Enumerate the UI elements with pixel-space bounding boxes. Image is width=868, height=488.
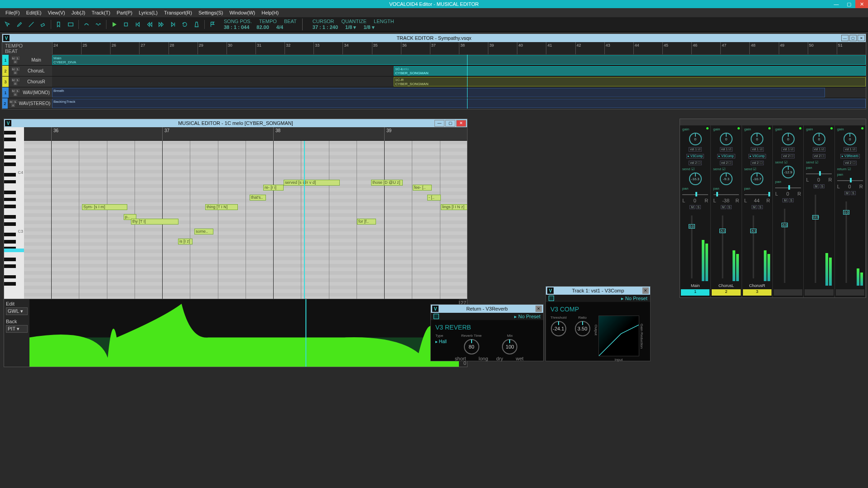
send-knob[interactable]: -10.7 — [751, 172, 763, 185]
note[interactable]: Sym- [s I m] — [82, 204, 127, 210]
strip-solo-button[interactable]: S — [789, 198, 794, 202]
comp-preset[interactable]: ▸ No Preset — [621, 296, 647, 301]
track-lane[interactable]: MainCYBER_DIVA — [52, 55, 866, 65]
rewind-start-button[interactable] — [133, 19, 143, 29]
track-name[interactable]: WAV(STEREO) — [19, 101, 52, 106]
forward-end-button[interactable] — [168, 19, 178, 29]
solo-button[interactable]: S — [16, 67, 19, 71]
vst1-slot[interactable]: vst 1 ☑ — [689, 147, 702, 152]
clip[interactable]: 1C-RCYBER_SONGMAN — [394, 77, 866, 86]
strip-mute-button[interactable]: M — [752, 205, 757, 209]
strip-mute-button[interactable]: M — [814, 184, 819, 188]
strip-number[interactable] — [836, 289, 864, 296]
panel-maximize-button[interactable]: ▢ — [849, 35, 857, 41]
track-lane[interactable]: 1C meloCYBER_SONGMAN1C-LCYBER_SONGMAN — [52, 66, 866, 76]
back-dropdown[interactable]: PIT ▾ — [6, 325, 28, 333]
piano-roll[interactable]: Sym- [s I m]p..thy [T I]is [I z]some..th… — [24, 141, 467, 299]
note[interactable]: some.. — [194, 229, 213, 234]
mute-button[interactable]: M — [12, 89, 15, 92]
track-lane[interactable]: BackingTrack — [52, 98, 866, 109]
rec-button[interactable]: R — [14, 60, 17, 63]
arrow-tool[interactable] — [3, 19, 13, 29]
volume-fader[interactable]: -12.9 — [806, 192, 825, 286]
panel-close-button[interactable]: ✕ — [858, 35, 865, 41]
strip-solo-button[interactable]: S — [820, 184, 825, 188]
pencil-tool[interactable] — [14, 19, 24, 29]
track-ruler[interactable]: 2425262728293031323334353637383940414243… — [52, 42, 866, 55]
strip-number[interactable] — [805, 289, 833, 296]
vst2-slot[interactable]: vst 2 ☐ — [720, 161, 733, 165]
vst2-slot[interactable]: vst 2 ☐ — [813, 154, 826, 158]
gain-knob[interactable]: 0 — [720, 133, 733, 145]
rec-button[interactable]: R — [14, 71, 17, 74]
volume-fader[interactable]: -5.1 — [714, 213, 732, 281]
note[interactable]: fee- [.. — [413, 185, 432, 191]
menu-item[interactable]: Window(W) — [227, 9, 258, 16]
songpos-value[interactable]: 38 : 1 : 044 — [224, 24, 249, 30]
quantize-value[interactable]: 1/8 ▾ — [345, 24, 356, 30]
note[interactable]: is [I z] — [178, 239, 193, 244]
pan-slider[interactable] — [806, 171, 832, 176]
clip[interactable]: MainCYBER_DIVA — [52, 55, 866, 65]
menu-item[interactable]: Job(J) — [69, 9, 88, 16]
volume-fader[interactable]: -6.0 — [775, 206, 794, 286]
track-lane[interactable]: 1C-RCYBER_SONGMAN — [52, 77, 866, 87]
reverb-preset[interactable]: ▸ No Preset — [514, 314, 540, 320]
metronome-button[interactable] — [192, 19, 202, 29]
track-number[interactable]: 2 — [2, 98, 8, 109]
note[interactable]: - [.. — [427, 195, 441, 201]
vst-name[interactable]: ▸ V3Reverb — [840, 154, 860, 158]
vst1-slot[interactable]: vst 1 ☑ — [813, 147, 826, 152]
line-tool[interactable] — [26, 19, 36, 29]
rec-button[interactable]: R — [11, 104, 15, 107]
vst1-slot[interactable]: vst 1 ☑ — [844, 147, 857, 152]
strip-number[interactable] — [774, 289, 802, 296]
minimize-button[interactable]: — — [830, 0, 843, 8]
vst2-slot[interactable]: vst 2 ☐ — [689, 161, 702, 165]
gain-knob[interactable]: 0 — [689, 133, 702, 145]
menu-item[interactable]: Settings(S) — [196, 9, 226, 16]
clip[interactable]: 1C-LCYBER_SONGMAN — [394, 66, 866, 76]
strip-mute-button[interactable]: M — [844, 191, 850, 195]
reverb-mix-knob[interactable]: 100 — [502, 339, 517, 354]
strip-solo-button[interactable]: S — [758, 205, 763, 209]
edit-dropdown[interactable]: GWL ▾ — [6, 307, 28, 315]
menu-item[interactable]: View(V) — [45, 9, 68, 16]
play-button[interactable] — [109, 19, 119, 29]
vst-name[interactable]: ▸ V3Comp — [717, 154, 735, 158]
note[interactable]: thy [T I] — [131, 219, 178, 225]
region-tool[interactable] — [66, 19, 76, 29]
piano-roll-ruler[interactable]: 36373839 — [24, 127, 467, 141]
send-knob[interactable]: -12.9 — [782, 166, 795, 178]
loop-button[interactable] — [180, 19, 190, 29]
send-knob[interactable]: -9.3 — [720, 172, 733, 185]
track-number[interactable]: 3 — [2, 77, 9, 87]
marker-skip-button[interactable] — [207, 19, 217, 29]
reverb-time-knob[interactable]: 80 — [464, 339, 479, 354]
solo-button[interactable]: S — [16, 78, 19, 81]
note[interactable]: served [s @r v d] — [284, 180, 340, 186]
mute-button[interactable]: M — [12, 57, 15, 60]
track-number[interactable]: 1 — [2, 87, 9, 98]
pan-slider[interactable] — [775, 185, 801, 190]
solo-button[interactable]: S — [16, 57, 19, 60]
clip[interactable]: Breath — [52, 88, 825, 97]
me-minimize-button[interactable]: — — [434, 120, 444, 127]
note[interactable]: that's.. — [250, 195, 266, 201]
gain-knob[interactable]: 0 — [844, 133, 856, 145]
reverb-type-value[interactable]: ▸ Hall — [435, 339, 447, 344]
strip-number[interactable]: 1 — [681, 289, 709, 296]
vst-name[interactable]: ▸ V3Comp — [748, 154, 766, 158]
vst2-slot[interactable]: vst 2 ☐ — [751, 161, 764, 165]
reverb-power-button[interactable] — [434, 314, 439, 319]
volume-fader[interactable]: 0.0 — [682, 213, 701, 281]
mute-button[interactable]: M — [12, 67, 15, 71]
volume-fader[interactable]: 0.0 — [837, 199, 856, 286]
comp-thresh-knob[interactable]: -24.1 — [551, 321, 566, 336]
forward-button[interactable] — [156, 19, 166, 29]
track-name[interactable]: Main — [22, 57, 52, 62]
mute-button[interactable]: M — [12, 78, 15, 81]
beat-value[interactable]: 4/4 — [276, 24, 283, 30]
mute-button[interactable]: M — [10, 100, 13, 103]
menu-item[interactable]: Track(T) — [89, 9, 113, 16]
